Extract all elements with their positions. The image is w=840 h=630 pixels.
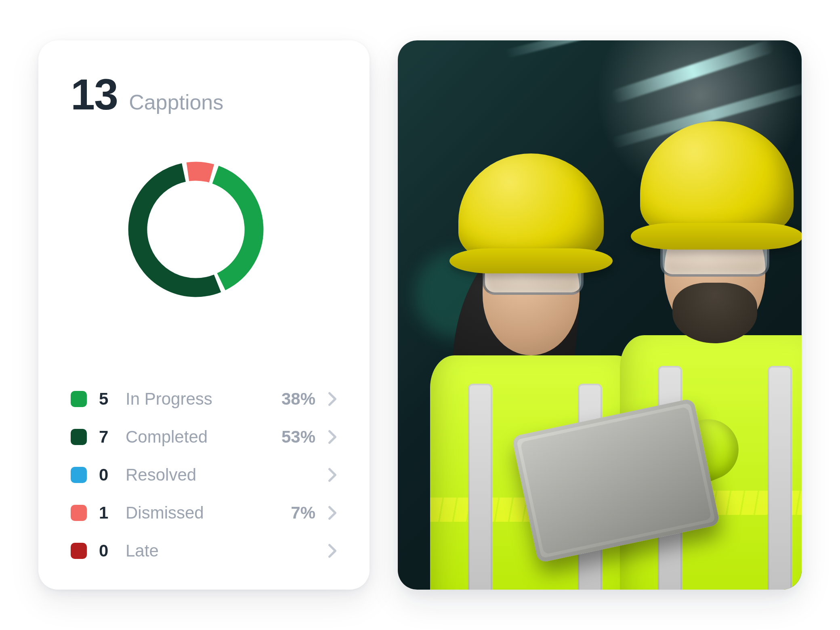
chevron-right-icon[interactable]	[328, 430, 337, 444]
donut-chart-wrap	[71, 145, 337, 314]
card-header: 13 Capptions	[71, 73, 337, 116]
chevron-right-icon[interactable]	[328, 392, 337, 406]
legend-row-resolved[interactable]: 0Resolved	[71, 460, 337, 489]
hero-photo	[398, 40, 802, 590]
legend-row-dismissed[interactable]: 1Dismissed7%	[71, 498, 337, 527]
legend-count: 0	[99, 541, 122, 561]
legend-count: 0	[99, 465, 122, 485]
legend-percent: 7%	[271, 503, 315, 523]
photo-scene	[398, 40, 802, 590]
legend-label: Resolved	[126, 465, 271, 485]
legend-count: 1	[99, 503, 122, 523]
legend-label: In Progress	[126, 389, 271, 409]
legend-count: 5	[99, 389, 122, 409]
legend-percent: 38%	[271, 389, 315, 409]
donut-chart	[123, 157, 269, 302]
legend-count: 7	[99, 427, 122, 447]
total-count: 13	[71, 73, 118, 116]
swatch-resolved	[71, 467, 87, 483]
legend-label: Completed	[126, 427, 271, 447]
legend-percent: 53%	[271, 427, 315, 447]
swatch-in_progress	[71, 391, 87, 407]
swatch-dismissed	[71, 505, 87, 521]
legend-row-late[interactable]: 0Late	[71, 536, 337, 565]
chevron-right-icon[interactable]	[328, 468, 337, 482]
capptions-summary-card: 13 Capptions 5In Progress38%7Completed53…	[38, 40, 370, 590]
legend-row-completed[interactable]: 7Completed53%	[71, 422, 337, 452]
legend: 5In Progress38%7Completed53%0Resolved1Di…	[71, 384, 337, 565]
swatch-late	[71, 543, 87, 559]
chevron-right-icon[interactable]	[328, 506, 337, 520]
legend-label: Dismissed	[126, 503, 271, 523]
legend-row-in_progress[interactable]: 5In Progress38%	[71, 384, 337, 414]
chevron-right-icon[interactable]	[328, 544, 337, 558]
swatch-completed	[71, 429, 87, 445]
header-label: Capptions	[129, 92, 223, 113]
legend-label: Late	[126, 541, 271, 561]
stage: 13 Capptions 5In Progress38%7Completed53…	[0, 0, 840, 630]
